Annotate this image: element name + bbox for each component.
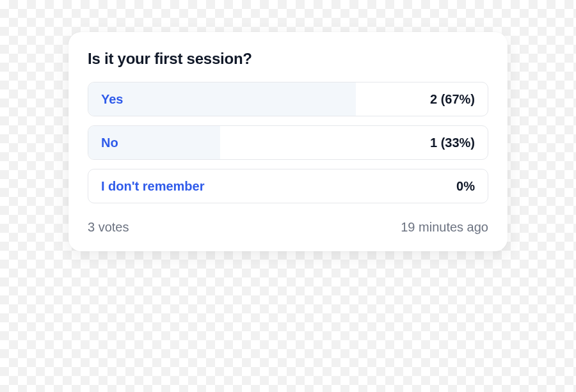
poll-option-yes[interactable]: Yes 2 (67%)	[88, 82, 488, 116]
poll-option-dont-remember[interactable]: I don't remember 0%	[88, 169, 488, 203]
poll-votes-count: 3 votes	[88, 220, 129, 235]
poll-question: Is it your first session?	[88, 50, 488, 68]
poll-option-label: No	[101, 136, 118, 150]
poll-option-result: 1 (33%)	[430, 136, 475, 150]
poll-footer: 3 votes 19 minutes ago	[88, 220, 488, 235]
poll-option-content: I don't remember 0%	[88, 169, 488, 203]
poll-option-result: 0%	[456, 179, 475, 194]
poll-option-label: I don't remember	[101, 179, 204, 194]
poll-option-content: Yes 2 (67%)	[88, 82, 488, 116]
poll-option-content: No 1 (33%)	[88, 126, 488, 159]
poll-option-no[interactable]: No 1 (33%)	[88, 125, 488, 160]
poll-card: Is it your first session? Yes 2 (67%) No…	[68, 32, 508, 251]
poll-option-result: 2 (67%)	[430, 92, 475, 107]
poll-option-label: Yes	[101, 92, 123, 107]
poll-options-list: Yes 2 (67%) No 1 (33%) I don't remember …	[88, 82, 488, 203]
poll-timestamp: 19 minutes ago	[401, 220, 488, 235]
